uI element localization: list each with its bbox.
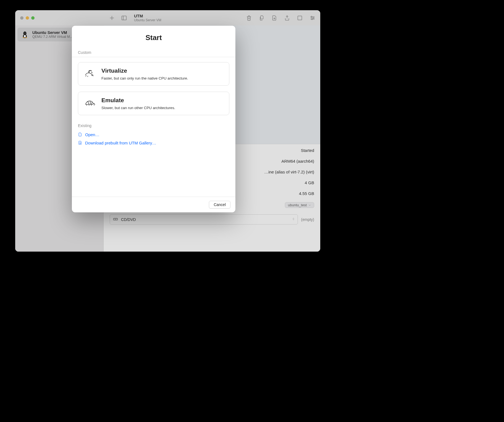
svg-point-17	[92, 72, 92, 73]
share-button[interactable]	[283, 14, 291, 22]
sidebar-icon	[121, 15, 127, 21]
emulate-desc: Slower, but can run other CPU architectu…	[101, 106, 175, 110]
modal-body: Custom Virtualize Faster, but can only r…	[72, 48, 235, 197]
svg-point-10	[24, 33, 25, 33]
open-existing-label: Open…	[85, 132, 99, 137]
chevron-updown-icon	[292, 217, 295, 222]
svg-point-3	[313, 17, 314, 19]
clone-icon	[259, 15, 265, 21]
turtle-icon	[83, 97, 96, 108]
download-gallery-label: Download prebuilt from UTM Gallery…	[85, 141, 156, 145]
virtualize-title: Virtualize	[101, 67, 188, 74]
svg-point-4	[311, 19, 313, 20]
status-value: Started	[301, 148, 314, 153]
emulate-option[interactable]: Emulate Slower, but can run other CPU ar…	[78, 92, 229, 115]
virtualize-desc: Faster, but can only run the native CPU …	[101, 76, 188, 80]
vm-name: Ubuntu Server VM	[32, 30, 73, 35]
sliders-icon	[309, 15, 316, 21]
custom-section-label: Custom	[78, 48, 229, 57]
toolbar: UTM Ubuntu Server VM	[104, 14, 320, 22]
new-vm-button[interactable]	[108, 14, 116, 22]
chevron-down-icon	[308, 204, 311, 207]
shared-directory-dropdown[interactable]: ubuntu_test	[285, 202, 314, 208]
cd-dvd-label: CD/DVD	[121, 217, 136, 222]
plus-icon	[109, 15, 115, 21]
divider	[72, 57, 235, 57]
linux-icon	[21, 30, 29, 39]
cd-dvd-row: CD/DVD (empty)	[110, 214, 314, 225]
sidebar-item-text: Ubuntu Server VM QEMU 7.2 ARM Virtual M…	[32, 30, 73, 39]
app-title: UTM	[134, 14, 241, 18]
window-button[interactable]	[296, 14, 304, 22]
modal-title: Start	[72, 26, 235, 48]
zoom-window-button[interactable]	[31, 16, 35, 20]
cd-dvd-dropdown[interactable]: CD/DVD	[110, 214, 298, 225]
window-icon	[297, 15, 303, 21]
open-existing-link[interactable]: Open…	[78, 132, 229, 137]
close-window-button[interactable]	[20, 16, 23, 20]
download-gallery-link[interactable]: Download prebuilt from UTM Gallery…	[78, 140, 229, 146]
file-arrow-down-icon	[271, 15, 277, 21]
start-modal: Start Custom Virtualize Faster, but can …	[72, 26, 235, 212]
machine-value: …ine (alias of virt-7.2) (virt)	[264, 170, 314, 174]
cancel-button[interactable]: Cancel	[209, 201, 230, 209]
svg-point-12	[23, 37, 24, 38]
svg-point-13	[25, 37, 27, 38]
disc-icon	[113, 216, 118, 223]
clone-button[interactable]	[258, 14, 266, 22]
window-controls	[15, 16, 104, 20]
virtualize-option[interactable]: Virtualize Faster, but can only run the …	[78, 62, 229, 86]
app-subtitle: Ubuntu Server VM	[134, 18, 241, 22]
share-icon	[284, 15, 290, 21]
shared-directory-value: ubuntu_test	[288, 203, 307, 207]
disk-value: 4.55 GB	[299, 191, 314, 196]
document-icon	[78, 132, 82, 137]
svg-rect-1	[298, 16, 302, 20]
toolbar-actions	[245, 14, 316, 22]
document-download-icon	[78, 140, 82, 146]
existing-section-label: Existing	[78, 121, 229, 130]
settings-button[interactable]	[309, 14, 316, 22]
svg-point-11	[25, 33, 26, 33]
vm-subtitle: QEMU 7.2 ARM Virtual M…	[32, 35, 73, 39]
svg-point-2	[311, 16, 312, 17]
svg-rect-0	[122, 16, 127, 20]
minimize-window-button[interactable]	[26, 16, 29, 20]
move-button[interactable]	[271, 14, 278, 22]
title-stack: UTM Ubuntu Server VM	[134, 14, 241, 22]
trash-icon	[246, 15, 252, 21]
delete-button[interactable]	[245, 14, 253, 22]
svg-point-7	[24, 35, 26, 38]
modal-footer: Cancel	[72, 197, 235, 212]
emulate-title: Emulate	[101, 97, 175, 104]
memory-value: 4 GB	[305, 180, 314, 185]
rabbit-icon	[83, 67, 96, 78]
existing-list: Open… Download prebuilt from UTM Gallery…	[78, 132, 229, 146]
cd-dvd-empty-label: (empty)	[301, 217, 314, 222]
toggle-sidebar-button[interactable]	[120, 14, 128, 22]
arch-value: ARM64 (aarch64)	[282, 159, 314, 163]
titlebar: UTM Ubuntu Server VM	[15, 10, 320, 25]
